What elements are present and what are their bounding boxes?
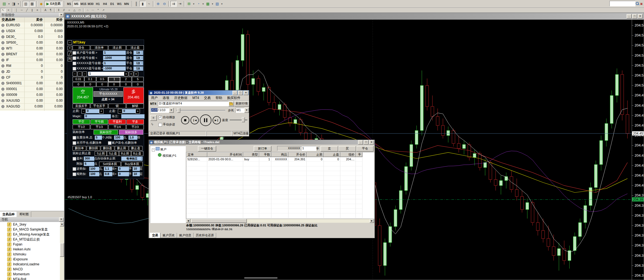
spinner-arrows-icon[interactable]: ▲ ▼ [141,56,143,59]
templates-button[interactable]: ▧ [214,1,220,7]
market-watch-row[interactable]: BRENT0.000.00 [0,51,64,57]
orders-col-8[interactable]: 现价 [340,152,356,157]
ea-batch-checkbox[interactable] [73,136,76,140]
orders-col-3[interactable]: 手数 [259,152,271,157]
market-watch-row[interactable]: DE30_0.00.0 [0,34,64,40]
replay-close-icon[interactable]: × [243,91,248,95]
chart-title-bar[interactable]: ▦ XXXXXX,M5 (纽元日元) _ □ × [65,13,644,20]
favorite-button[interactable]: ★ [150,115,157,121]
ea-cond-times-2[interactable]: 1次▲ ▼ [133,61,143,66]
ea-lot-plus-1[interactable]: + [129,72,133,76]
fibonacci-tool-button[interactable]: ≡ [35,8,40,12]
ea-counter-checkbox[interactable] [73,167,76,171]
cursor-tool-button[interactable]: ↖ [1,8,6,12]
chart-scrollbar-thumb[interactable] [244,277,277,279]
chart-shift-button[interactable]: ⇥ [177,1,183,7]
rectangle-tool-button[interactable]: □ [77,8,82,12]
ea-lot-preset-1[interactable]: 1 [108,77,120,82]
navigator-item[interactable]: fIndicatorsLoadme [0,262,60,267]
dropdown-arrow-icon[interactable]: ▾ [7,1,10,7]
ea-tp-minus[interactable]: − [118,109,122,114]
ea-delete-4[interactable]: 删止盈 [129,146,142,151]
ea-delete-0[interactable]: 删挂单 [73,146,86,151]
menu-选项[interactable]: 选项 [160,95,172,101]
ea-be-mode[interactable]: 每单独立▲ ▼ [121,156,143,161]
scroll-up-icon[interactable]: ▲ [60,222,64,226]
ea-zero-5[interactable]: 0 [132,82,144,87]
ea-tp-input[interactable]: 0 [122,109,136,113]
ea-batch-gap[interactable]: 100 [114,135,124,140]
triangle-tool-button[interactable]: △ [72,8,77,12]
ea-hedge-3[interactable]: 解锁 [126,104,144,108]
terminal-tab-账户历史[interactable]: 账户历史 [160,233,177,238]
ea-side-collapse-icon[interactable]: − [68,40,72,45]
market-watch-row[interactable]: SP500_0.000.00 [0,40,64,46]
lots-input[interactable]: 1 [301,146,316,151]
orders-col-1[interactable]: 开仓时间 [207,152,243,157]
ea-sell-be-button[interactable]: Sell保本损 [99,162,121,166]
buy-button[interactable]: 买 [338,146,356,151]
market-watch-row[interactable]: XAUUSD0.000.00 [0,98,64,104]
orders-h-scrollbar[interactable]: ◀ ▶ [186,219,374,223]
ea-trend-points[interactable]: 100 [89,172,99,176]
close-all-button[interactable]: 一键清仓 [198,146,216,151]
navigator-item[interactable]: fIchimoku [0,252,60,257]
terminal-minimize-icon[interactable]: _ [358,140,363,145]
market-watch-row[interactable]: RM00 [0,63,64,69]
ea-trend-lots[interactable]: 0 [118,172,129,176]
line-chart-button[interactable]: ~ [146,1,152,7]
ea-cond-times-3[interactable]: 1次▲ ▼ [133,66,143,71]
dropdown-arrow-icon[interactable]: ▾ [211,1,214,7]
scroll-left-icon[interactable]: ◀ [186,219,190,223]
stop-button[interactable] [181,116,189,124]
ea-cond-value-2[interactable]: 1 [103,61,126,66]
slanted-lines-tool-button[interactable]: // [61,8,67,12]
ea-lot-preset-2[interactable]: 2 [120,77,132,82]
ea-batch-mult[interactable]: 1.0 [128,135,137,140]
terminal-title-bar[interactable]: ▦ 模拟账户1 (已登录连接) - 交易终端 - \Trades.dat _ □… [149,140,375,145]
ea-close-0[interactable]: 平空 [73,119,90,124]
market-watch-row[interactable]: 0000010.000.00 [0,86,64,92]
scroll-right-icon[interactable]: ▶ [370,219,374,223]
zoom-in-button[interactable]: ⊕ [155,1,161,7]
ea-side-average-icon[interactable]: 均 [68,57,72,61]
h-scroll-thumb[interactable] [191,219,247,223]
market-watch-row[interactable]: USDX0.0000.000 [0,28,64,34]
new-chart-button[interactable]: ▤ [1,1,7,7]
ea-buy-be-button[interactable]: Buy保本损 [121,162,143,166]
spinner-arrows-icon[interactable]: ▲ ▼ [141,157,142,160]
ea-cond-value-3[interactable]: -1000 [103,66,126,71]
ellipse-tool-button[interactable]: ○ [67,8,72,12]
ea-lot-plus-0[interactable]: + [124,72,128,76]
ea-batch-count[interactable]: 5 [95,135,102,140]
terminal-tab-历史持仓还原[interactable]: 历史持仓还原 [194,233,216,238]
ea-lot-plus-2[interactable]: + [134,72,138,76]
ea-counter-points[interactable]: 100 [89,167,99,171]
ea-counter-layers[interactable]: 10 [132,167,140,171]
scroll-thumb[interactable] [60,243,64,257]
ea-be-points[interactable]: 300 [84,156,94,161]
orders-col-5[interactable]: 开仓价 [288,152,307,157]
market-watch-button[interactable]: ▥ [23,1,29,7]
market-watch-close-icon[interactable]: × [59,13,63,17]
ea-be2-points[interactable]: 5 [84,162,94,166]
spinner-arrows-icon[interactable]: ▲ ▼ [141,61,143,65]
ea-cond-checkbox-1[interactable] [73,56,76,60]
ea-cond-checkbox-2[interactable] [73,62,76,65]
ea-cond-value-1[interactable]: -1000 [103,56,126,60]
navigator-item[interactable]: fEA_MACD Sample复盘 [0,227,60,232]
indicators-button[interactable]: ⊞ [186,1,192,7]
ea-opt2-checkbox[interactable] [108,141,112,145]
close-position-button[interactable]: 平仓 [356,146,373,151]
ea-zero-3[interactable]: 0 [108,82,120,87]
dropdown-arrow-icon[interactable]: ▾ [17,1,20,7]
ea-trend-layers[interactable]: 10 [132,172,140,176]
order-row[interactable]: 528150...2020-01-09 00:0...buy1XXXXXX204… [186,157,374,162]
auto-play-checkbox[interactable]: ✓ [158,116,162,119]
dots-tool-button[interactable]: ⋯ [90,8,96,12]
orders-col-2[interactable]: 类型 [243,152,259,157]
ea-lot-preset-0.1[interactable]: 0.1 [84,77,96,82]
ea-cond-times-0[interactable]: 1次▲ ▼ [133,51,143,55]
navigator-close-icon[interactable]: × [59,218,63,222]
ea-sl-plus[interactable]: + [99,109,104,114]
